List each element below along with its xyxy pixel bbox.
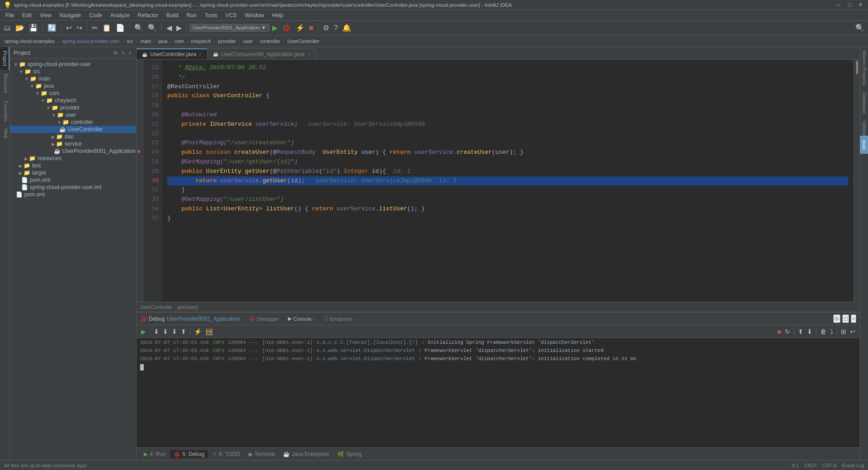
nav-class[interactable]: UserController: [285, 38, 322, 45]
filter-button[interactable]: ⊞: [840, 327, 847, 336]
panel-close-button[interactable]: ×: [851, 314, 856, 323]
open-button[interactable]: 📂: [14, 24, 26, 33]
run-to-cursor-button[interactable]: ⚡: [193, 327, 203, 336]
menu-window[interactable]: Window: [241, 11, 268, 19]
tree-item-target[interactable]: ▶ 📁 target: [10, 169, 136, 176]
nav-com[interactable]: com: [172, 38, 187, 45]
btab-debugger[interactable]: 🐞 Debugger: [245, 315, 282, 323]
breadcrumb-class[interactable]: UserController: [140, 304, 172, 310]
find-button[interactable]: 🔍: [132, 24, 145, 33]
tree-item-chaytech[interactable]: ▼ 📁 chaytech: [10, 97, 136, 104]
rerun-button[interactable]: ↻: [784, 327, 791, 336]
tree-item-controller[interactable]: ▼ 📁 controller: [10, 119, 136, 126]
sidebar-web-tab[interactable]: Web: [0, 125, 9, 142]
tree-item-pom2[interactable]: 📄 pom.xml: [10, 191, 136, 198]
maven-projects-tab[interactable]: Maven Projects: [861, 47, 868, 89]
maximize-button[interactable]: □: [846, 2, 853, 8]
settings-button[interactable]: ⚙: [321, 24, 331, 33]
tree-item-usercontroller[interactable]: ☕ UserController: [10, 126, 136, 133]
save-all-button[interactable]: 💾: [27, 24, 40, 33]
new-project-button[interactable]: 🗂: [2, 24, 13, 33]
nav-module[interactable]: spring-cloud-provider-user: [59, 38, 122, 45]
btab-endpoints[interactable]: ⬡ Endpoints -: [321, 315, 359, 323]
tree-item-test[interactable]: ▶ 📁 test: [10, 162, 136, 169]
console-up-button[interactable]: ⬆: [797, 327, 804, 336]
menu-refactor[interactable]: Refactor: [134, 11, 162, 19]
menu-view[interactable]: View: [36, 11, 55, 19]
nav-chaytech[interactable]: chaytech: [189, 38, 214, 45]
menu-edit[interactable]: Edit: [19, 11, 35, 19]
right-floating-tab[interactable]: Build: [860, 136, 868, 154]
run-button[interactable]: ▶: [270, 24, 279, 33]
stop-button[interactable]: ■: [307, 24, 316, 33]
tree-item-dao[interactable]: ▶ 📁 dao: [10, 133, 136, 140]
menu-help[interactable]: Help: [269, 11, 287, 19]
tree-item-pom1[interactable]: 📄 pom.xml: [10, 176, 136, 184]
clear-console-button[interactable]: 🗑: [819, 327, 827, 336]
status-line-ending[interactable]: CRLF: [804, 463, 817, 468]
tree-item-app[interactable]: ☕ UserProvider8001_Application: [10, 147, 136, 155]
project-settings-button[interactable]: ⚙: [112, 50, 119, 56]
status-position[interactable]: 4:1: [792, 463, 798, 468]
sidebar-project-tab[interactable]: Project: [0, 47, 9, 70]
panel-settings-button[interactable]: ⚙: [833, 314, 840, 323]
paste-button[interactable]: 📄: [114, 24, 127, 33]
tree-item-provider[interactable]: ▼ 📁 provider: [10, 104, 136, 111]
code-editor[interactable]: ● 15 16 17 18 19 20 21 22 23 24 28 29 30: [137, 60, 860, 302]
nav-project[interactable]: spring-cloud-examples: [2, 38, 57, 45]
project-collapse-button[interactable]: ≡: [121, 50, 126, 56]
replace-button[interactable]: 🔍: [146, 24, 159, 33]
tree-item-service[interactable]: ▶ 📁 service: [10, 140, 136, 147]
btm-tab-debug[interactable]: 🐞 5: Debug: [170, 450, 208, 458]
evaluate-button[interactable]: 🧮: [204, 327, 214, 336]
nav-main[interactable]: main: [138, 38, 154, 45]
force-step-into-button[interactable]: ⬇: [171, 327, 178, 336]
menu-file[interactable]: File: [2, 11, 18, 19]
tree-item-java[interactable]: ▼ 📁 java: [10, 82, 136, 90]
menu-tools[interactable]: Tools: [201, 11, 221, 19]
nav-provider[interactable]: provider: [215, 38, 239, 45]
redo-button[interactable]: ↪: [75, 24, 84, 33]
tree-item-com[interactable]: ▼ 📁 com: [10, 90, 136, 97]
sync-button[interactable]: 🔄: [46, 24, 58, 33]
nav-java[interactable]: java: [156, 38, 170, 45]
tab-close-button-2[interactable]: ×: [307, 52, 310, 57]
undo-button[interactable]: ↩: [64, 24, 74, 33]
search-everywhere-button[interactable]: 🔍: [854, 24, 866, 33]
step-out-button[interactable]: ⬆: [180, 327, 187, 336]
console-down-button[interactable]: ⬇: [806, 327, 813, 336]
sidebar-structure-tab[interactable]: Structure: [0, 70, 9, 97]
project-close-button[interactable]: ×: [127, 50, 132, 56]
menu-run[interactable]: Run: [183, 11, 200, 19]
close-button[interactable]: ✕: [857, 2, 864, 8]
tree-item-main[interactable]: ▼ 📁 main: [10, 75, 136, 82]
scroll-to-end-button[interactable]: ⤵: [829, 327, 834, 336]
tree-item-iml[interactable]: 📄 spring-cloud-provider-user.iml: [10, 184, 136, 191]
btm-tab-terminal[interactable]: ▶ Terminal: [245, 450, 278, 458]
step-over-button[interactable]: ⬇: [153, 327, 160, 336]
tab-close-button[interactable]: ×: [199, 52, 202, 57]
btm-tab-todo[interactable]: ✓ 6: TODO: [209, 450, 244, 458]
scrollbar-thumb[interactable]: [856, 61, 858, 74]
code-content[interactable]: * @Date: 2019/07/06 20:52 */ @RestContro…: [162, 60, 854, 302]
tab-usercontroller[interactable]: ☕ UserController.java ×: [137, 48, 208, 59]
btm-tab-spring[interactable]: 🌿 Spring: [334, 450, 365, 458]
minimize-button[interactable]: —: [834, 2, 843, 8]
btm-tab-java-enterprise[interactable]: ☕ Java Enterprise: [279, 450, 333, 458]
menu-analyze[interactable]: Analyze: [107, 11, 133, 19]
tree-item-user[interactable]: ▼ 📁 user: [10, 111, 136, 119]
menu-navigate[interactable]: Navigate: [56, 11, 85, 19]
menu-build[interactable]: Build: [163, 11, 182, 19]
sidebar-favorites-tab[interactable]: Favorites: [0, 97, 9, 125]
wrap-button[interactable]: ↩: [849, 327, 856, 336]
tree-item-provider-user[interactable]: ▼ 📁 spring-cloud-provider-user: [10, 61, 136, 68]
database-tab[interactable]: Database: [861, 89, 868, 117]
run-config-dropdown[interactable]: UserProvider8001_Application ▼: [189, 24, 269, 32]
breadcrumb-method[interactable]: getUser(): [178, 304, 198, 310]
copy-button[interactable]: 📋: [100, 24, 113, 33]
btm-tab-run[interactable]: ▶ 4: Run: [140, 450, 169, 458]
notification-button[interactable]: 🔔: [340, 24, 353, 33]
back-button[interactable]: ◀: [165, 24, 174, 33]
tree-item-src[interactable]: ▼ 📁 src: [10, 68, 136, 75]
cut-button[interactable]: ✂: [90, 24, 99, 33]
